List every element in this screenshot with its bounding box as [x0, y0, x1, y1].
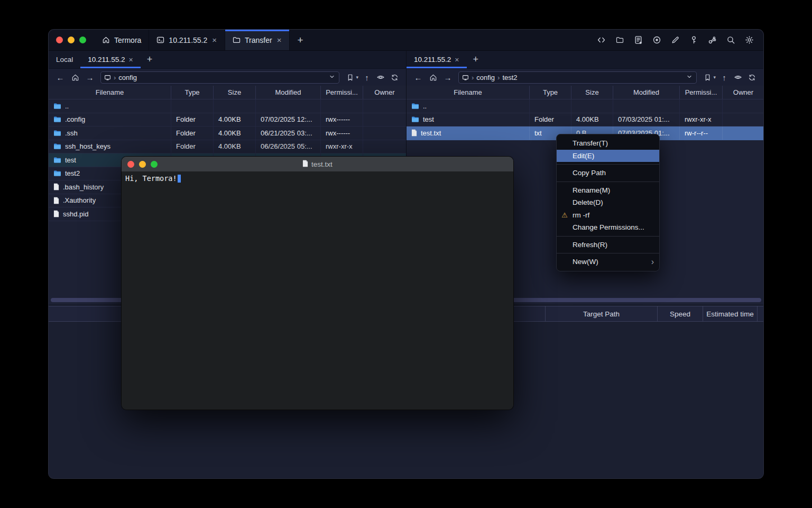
menu-item-copy-path[interactable]: Copy Path	[557, 167, 659, 179]
column-header-filename[interactable]: Filename	[49, 86, 171, 99]
back-button[interactable]: ←	[54, 71, 67, 84]
refresh-button[interactable]	[388, 71, 401, 84]
path-separator-icon: ›	[497, 74, 500, 81]
left-pane-tab-local[interactable]: Local	[49, 51, 80, 68]
owner-cell	[363, 140, 406, 153]
plus-icon: +	[297, 34, 303, 46]
keychain-button[interactable]	[705, 33, 719, 47]
left-pane-new-tab-button[interactable]: +	[141, 51, 159, 68]
right-pane-new-tab-button[interactable]: +	[467, 51, 485, 68]
column-header-owner[interactable]: Owner	[363, 86, 406, 99]
show-hidden-files-button[interactable]	[732, 71, 744, 84]
text-cursor	[178, 175, 181, 183]
editor-titlebar[interactable]: test.txt	[122, 157, 513, 171]
transfer-col-speed[interactable]: Speed	[657, 306, 703, 321]
path-dropdown-button[interactable]	[686, 73, 693, 82]
permissions-cell	[321, 99, 363, 113]
path-segment[interactable]: config	[476, 74, 495, 81]
bookmark-caret-icon[interactable]: ▾	[356, 75, 358, 80]
owner-cell	[723, 126, 763, 140]
file-icon	[411, 129, 417, 137]
path-segment[interactable]: test2	[502, 74, 517, 81]
left-pane-tab-10-211-55-2[interactable]: 10.211.55.2×	[80, 51, 141, 68]
main-tab-termora[interactable]: Termora	[95, 30, 149, 50]
menu-item-rm-rf[interactable]: ⚠rm -rf	[557, 209, 659, 222]
column-header-size[interactable]: Size	[571, 86, 613, 99]
file-row--ssh[interactable]: .sshFolder4.00KB06/21/2025 03:...rwx----…	[49, 126, 406, 140]
column-header-permissi-[interactable]: Permissi...	[680, 86, 723, 99]
main-tab-10-211-55-2[interactable]: 10.211.55.2×	[149, 30, 225, 50]
close-window-button[interactable]	[56, 37, 63, 43]
bookmark-caret-icon[interactable]: ▾	[713, 75, 716, 80]
column-header-modified[interactable]: Modified	[256, 86, 321, 99]
menu-item-label: Refresh(R)	[573, 241, 607, 249]
column-header-modified[interactable]: Modified	[613, 86, 680, 99]
main-tab-transfer[interactable]: Transfer×	[225, 30, 290, 50]
editor-minimize-button[interactable]	[139, 161, 146, 168]
transfer-col-estimated-time[interactable]: Estimated time	[703, 306, 757, 321]
column-header-permissi-[interactable]: Permissi...	[321, 86, 363, 99]
menu-item-edit-e-[interactable]: Edit(E)	[557, 150, 659, 162]
file-row--config[interactable]: .configFolder4.00KB07/02/2025 12:...rwx-…	[49, 113, 406, 127]
close-tab-icon[interactable]: ×	[211, 35, 217, 44]
file-row--[interactable]: ..	[407, 99, 763, 113]
key-button[interactable]	[687, 33, 700, 47]
right-pane-tab-10-211-55-2[interactable]: 10.211.55.2×	[407, 51, 467, 68]
refresh-button[interactable]	[745, 71, 758, 84]
type-cell: Folder	[171, 113, 214, 126]
editor-zoom-button[interactable]	[151, 161, 158, 168]
bookmark-button[interactable]	[701, 71, 714, 84]
bookmark-button[interactable]	[344, 71, 356, 84]
filename-text: .config	[65, 115, 85, 123]
close-tab-icon[interactable]: ×	[455, 56, 459, 64]
new-main-tab-button[interactable]: +	[290, 30, 310, 50]
titlebar-actions	[594, 30, 763, 50]
path-dropdown-button[interactable]	[328, 73, 336, 82]
record-button[interactable]	[650, 33, 663, 47]
search-icon	[726, 35, 735, 44]
refresh-icon	[391, 74, 399, 81]
modified-cell	[613, 99, 680, 113]
column-header-owner[interactable]: Owner	[723, 86, 763, 99]
path-segment[interactable]: config	[118, 74, 137, 81]
log-button[interactable]	[631, 33, 645, 47]
menu-item-new-w-[interactable]: New(W)›	[557, 256, 659, 268]
editor-text: Hi, Termora!	[125, 174, 177, 183]
column-header-size[interactable]: Size	[214, 86, 256, 99]
forward-button[interactable]: →	[84, 71, 96, 84]
settings-button[interactable]	[742, 33, 756, 47]
left-pane-path-field[interactable]: ›config	[100, 71, 339, 84]
menu-item-transfer-t-[interactable]: Transfer(T)	[557, 137, 659, 150]
menu-item-delete-d-[interactable]: Delete(D)	[557, 196, 659, 209]
home-button[interactable]	[69, 71, 81, 84]
right-pane-path-field[interactable]: ›config›test2	[458, 71, 697, 84]
show-hidden-files-button[interactable]	[374, 71, 387, 84]
home-button[interactable]	[427, 71, 439, 84]
folder-button[interactable]	[613, 33, 626, 47]
close-tab-icon[interactable]: ×	[129, 56, 133, 64]
file-row-ssh-host-keys[interactable]: ssh_host_keysFolder4.00KB06/26/2025 05:.…	[49, 140, 406, 154]
code-button[interactable]	[594, 33, 608, 47]
pencil-button[interactable]	[668, 33, 682, 47]
column-header-filename[interactable]: Filename	[407, 86, 530, 99]
editor-content[interactable]: Hi, Termora!	[122, 171, 513, 410]
parent-directory-button[interactable]: ↑	[361, 71, 373, 84]
zoom-window-button[interactable]	[79, 37, 86, 43]
menu-item-label: Delete(D)	[573, 198, 603, 206]
parent-directory-button[interactable]: ↑	[718, 71, 731, 84]
file-row-test[interactable]: testFolder4.00KB07/03/2025 01:...rwxr-xr…	[407, 113, 763, 127]
back-button[interactable]: ←	[412, 71, 425, 84]
search-button[interactable]	[724, 33, 737, 47]
column-header-type[interactable]: Type	[171, 86, 214, 99]
transfer-col-target-path[interactable]: Target Path	[545, 306, 657, 321]
column-header-type[interactable]: Type	[530, 86, 571, 99]
menu-item-refresh-r-[interactable]: Refresh(R)	[557, 239, 659, 251]
menu-separator	[557, 253, 659, 253]
minimize-window-button[interactable]	[68, 37, 75, 43]
menu-item-rename-m-[interactable]: Rename(M)	[557, 184, 659, 197]
forward-button[interactable]: →	[441, 71, 454, 84]
file-row--[interactable]: ..	[49, 99, 406, 113]
editor-close-button[interactable]	[127, 161, 134, 168]
menu-item-change-permissions-[interactable]: Change Permissions...	[557, 221, 659, 234]
close-tab-icon[interactable]: ×	[276, 35, 282, 44]
